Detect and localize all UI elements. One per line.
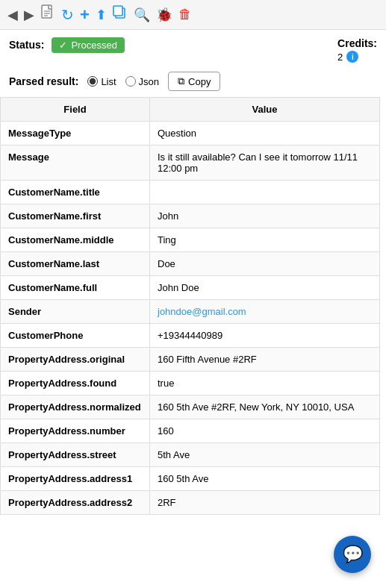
field-cell: PropertyAddress.number xyxy=(1,419,150,443)
field-cell: Sender xyxy=(1,300,150,324)
field-cell: PropertyAddress.found xyxy=(1,372,150,395)
value-cell: 160 Fifth Avenue #2RF xyxy=(150,348,380,372)
value-cell: 2RF xyxy=(150,491,380,515)
list-radio[interactable] xyxy=(87,76,98,87)
data-table: Field Value MessageTypeQuestionMessageIs… xyxy=(0,97,380,515)
col-field: Field xyxy=(1,98,150,122)
table-row: PropertyAddress.normalized160 5th Ave #2… xyxy=(1,395,380,419)
field-cell: CustomerName.last xyxy=(1,252,150,276)
chat-fab[interactable]: 💬 xyxy=(334,536,371,573)
svg-rect-5 xyxy=(113,6,122,16)
doc-icon[interactable] xyxy=(40,4,55,25)
value-cell: +19344440989 xyxy=(150,324,380,348)
copy2-icon[interactable] xyxy=(113,5,128,24)
value-cell: 5th Ave xyxy=(150,443,380,467)
value-cell: 160 5th Ave #2RF, New York, NY 10010, US… xyxy=(150,395,380,419)
status-badge: ✓ Processed xyxy=(52,37,124,53)
list-radio-option[interactable]: List xyxy=(87,76,116,87)
table-row: CustomerName.firstJohn xyxy=(1,204,380,228)
back-icon[interactable]: ◀ xyxy=(7,7,18,23)
value-cell: Question xyxy=(150,122,380,146)
field-cell: PropertyAddress.address2 xyxy=(1,491,150,515)
credits-value-row: 2 i xyxy=(337,51,377,63)
credits-label: Credits: xyxy=(337,37,377,49)
table-row: Senderjohndoe@gmail.com xyxy=(1,300,380,324)
list-radio-label: List xyxy=(101,76,116,87)
table-row: PropertyAddress.address22RF xyxy=(1,491,380,515)
info-icon[interactable]: i xyxy=(346,51,358,63)
table-row: CustomerPhone+19344440989 xyxy=(1,324,380,348)
value-cell: Is it still available? Can I see it tomo… xyxy=(150,146,380,181)
col-value: Value xyxy=(150,98,380,122)
value-cell: 160 5th Ave xyxy=(150,467,380,491)
chat-icon: 💬 xyxy=(343,545,363,564)
field-cell: PropertyAddress.normalized xyxy=(1,395,150,419)
json-radio-option[interactable]: Json xyxy=(125,76,159,87)
value-cell: John xyxy=(150,204,380,228)
table-row: PropertyAddress.number160 xyxy=(1,419,380,443)
value-cell: Doe xyxy=(150,252,380,276)
value-cell: true xyxy=(150,372,380,395)
table-row: PropertyAddress.street5th Ave xyxy=(1,443,380,467)
field-cell: CustomerName.title xyxy=(1,181,150,204)
table-row: CustomerName.lastDoe xyxy=(1,252,380,276)
table-row: CustomerName.title xyxy=(1,181,380,204)
field-cell: CustomerName.middle xyxy=(1,228,150,252)
email-link[interactable]: johndoe@gmail.com xyxy=(158,306,246,317)
table-row: CustomerName.middleTing xyxy=(1,228,380,252)
json-radio[interactable] xyxy=(125,76,136,87)
value-cell: 160 xyxy=(150,419,380,443)
status-text: Processed xyxy=(71,40,116,51)
radio-group: List Json xyxy=(87,76,159,87)
value-cell xyxy=(150,181,380,204)
toolbar: ◀ ▶ ↻ + ⬆ 🔍 🐞 🗑 xyxy=(0,0,386,30)
field-cell: MessageType xyxy=(1,122,150,146)
bug-icon[interactable]: 🐞 xyxy=(156,7,172,23)
table-row: CustomerName.fullJohn Doe xyxy=(1,276,380,300)
add-icon[interactable]: + xyxy=(80,5,90,25)
value-cell[interactable]: johndoe@gmail.com xyxy=(150,300,380,324)
field-cell: PropertyAddress.original xyxy=(1,348,150,372)
credits-number: 2 xyxy=(337,51,343,63)
check-icon: ✓ xyxy=(59,40,67,51)
table-row: MessageIs it still available? Can I see … xyxy=(1,146,380,181)
parsed-result-row: Parsed result: List Json ⧉ Copy xyxy=(0,67,386,97)
table-row: PropertyAddress.foundtrue xyxy=(1,372,380,395)
table-row: PropertyAddress.original160 Fifth Avenue… xyxy=(1,348,380,372)
value-cell: John Doe xyxy=(150,276,380,300)
table-row: MessageTypeQuestion xyxy=(1,122,380,146)
copy-btn-icon: ⧉ xyxy=(178,75,184,87)
field-cell: PropertyAddress.street xyxy=(1,443,150,467)
forward-icon[interactable]: ▶ xyxy=(24,7,34,23)
status-label: Status: xyxy=(9,37,44,51)
json-radio-label: Json xyxy=(139,76,159,87)
copy-button[interactable]: ⧉ Copy xyxy=(168,72,220,91)
copy-btn-label: Copy xyxy=(188,76,211,87)
upload-icon[interactable]: ⬆ xyxy=(96,7,107,23)
table-container: Field Value MessageTypeQuestionMessageIs… xyxy=(0,97,386,515)
field-cell: Message xyxy=(1,146,150,181)
field-cell: CustomerName.full xyxy=(1,276,150,300)
parsed-result-label: Parsed result: xyxy=(9,75,78,87)
field-cell: PropertyAddress.address1 xyxy=(1,467,150,491)
status-row: Status: ✓ Processed Credits: 2 i xyxy=(0,30,386,67)
value-cell: Ting xyxy=(150,228,380,252)
refresh-icon[interactable]: ↻ xyxy=(61,6,74,24)
field-cell: CustomerName.first xyxy=(1,204,150,228)
credits-section: Credits: 2 i xyxy=(337,37,377,63)
table-row: PropertyAddress.address1160 5th Ave xyxy=(1,467,380,491)
search-icon[interactable]: 🔍 xyxy=(134,7,150,23)
delete-icon[interactable]: 🗑 xyxy=(178,7,192,22)
field-cell: CustomerPhone xyxy=(1,324,150,348)
